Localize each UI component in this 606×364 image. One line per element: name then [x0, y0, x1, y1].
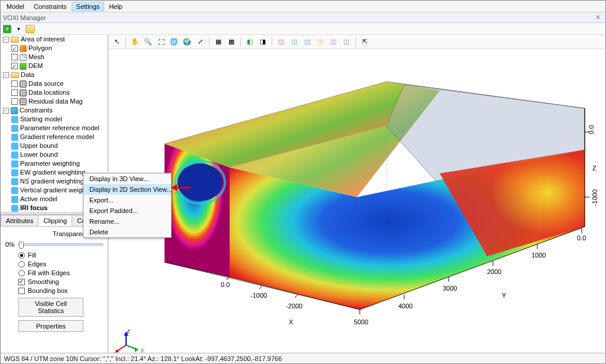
- checkbox-polygon[interactable]: [11, 45, 18, 51]
- layer-icon[interactable]: ▦: [212, 36, 224, 48]
- radio-fill[interactable]: Fill: [18, 252, 103, 259]
- tree-item[interactable]: Upper bound: [20, 141, 58, 150]
- tree-item[interactable]: Lower bound: [20, 150, 58, 159]
- transparency-slider[interactable]: [18, 243, 103, 246]
- tree-item[interactable]: Active model: [20, 195, 57, 204]
- hand-icon[interactable]: ✋: [129, 36, 141, 48]
- layer2-icon[interactable]: ▩: [225, 36, 237, 48]
- tree-item[interactable]: EW gradient weighting: [20, 168, 85, 177]
- zoom-area-icon[interactable]: ⛶: [155, 36, 167, 48]
- folder-icon: [11, 72, 19, 78]
- checkbox-icon: [18, 288, 25, 294]
- svg-line-10: [259, 286, 262, 289]
- z-axis-label: Z: [592, 165, 597, 172]
- tree-constraints[interactable]: Constraints: [20, 106, 53, 115]
- properties-button[interactable]: Properties: [18, 320, 83, 332]
- svg-line-11: [295, 295, 298, 298]
- checkbox[interactable]: [11, 89, 18, 96]
- twisty-icon[interactable]: −: [3, 37, 9, 43]
- dropdown-icon[interactable]: ▾: [14, 24, 23, 34]
- panel-header: VOXI Manager ✕: [1, 12, 605, 23]
- radio-icon: [18, 252, 25, 259]
- menu-settings[interactable]: Settings: [72, 2, 105, 11]
- zoom-icon[interactable]: 🔍: [142, 36, 154, 48]
- tree-item[interactable]: NS gradient weighting: [20, 177, 84, 186]
- tree-item[interactable]: Starting model: [20, 115, 62, 124]
- menu-bar: Model Constraints Settings Help: [1, 1, 605, 12]
- slice-icon[interactable]: ◫: [301, 36, 313, 48]
- triad-y: y: [141, 346, 144, 353]
- pointer-icon[interactable]: ↖: [111, 36, 123, 48]
- ctx-display-3d[interactable]: Display in 3D View...: [83, 173, 171, 184]
- run-icon[interactable]: »: [3, 25, 11, 33]
- slice-icon[interactable]: ◫: [288, 36, 300, 48]
- menu-help[interactable]: Help: [104, 2, 127, 11]
- checkbox-bbox[interactable]: Bounding box: [18, 287, 103, 294]
- cube-icon: [11, 107, 18, 114]
- dem-icon: [20, 63, 27, 70]
- tree-item[interactable]: Gradient reference model: [20, 133, 94, 141]
- checkbox[interactable]: [11, 80, 18, 87]
- checkbox-dem[interactable]: [11, 63, 18, 69]
- slice-icon[interactable]: ◫: [340, 36, 352, 48]
- 3d-canvas[interactable]: Z 0.0 -1000 Y 5000 4000 3000 2000 1000 0…: [108, 49, 605, 353]
- menu-model[interactable]: Model: [2, 2, 29, 11]
- twisty-icon[interactable]: −: [3, 72, 9, 78]
- y-tick: 1000: [531, 252, 546, 259]
- slice-icon[interactable]: ◫: [314, 36, 326, 48]
- tree-aoi[interactable]: Area of interest: [21, 35, 65, 44]
- tab-clipping[interactable]: Clipping: [38, 215, 72, 226]
- checkbox-mesh[interactable]: [11, 54, 18, 60]
- open-folder-icon[interactable]: [25, 25, 35, 33]
- y-tick: 0.0: [577, 234, 586, 241]
- cube-green-icon[interactable]: ◧: [244, 36, 256, 48]
- tree-item-iri-focus[interactable]: IRI focus: [20, 204, 47, 212]
- radio-fill-edges[interactable]: Fill with Edges: [18, 269, 103, 276]
- y-tick: 3000: [443, 285, 457, 292]
- svg-marker-23: [135, 347, 138, 352]
- ctx-export[interactable]: Export...: [83, 195, 171, 205]
- viewport: ↖ ✋ 🔍 ⛶ 🌐 🌍 ⤢ ▦ ▩ ◧ ◨ ◫ ◫ ◫ ◫ ◫ ◫: [108, 35, 605, 353]
- tree-item-polygon[interactable]: Polygon: [28, 44, 52, 53]
- ctx-rename[interactable]: Rename...: [83, 216, 171, 227]
- checkbox-icon: [18, 279, 25, 285]
- menu-constraints[interactable]: Constraints: [29, 2, 72, 11]
- model-icon: [11, 196, 18, 203]
- tree-item-mesh[interactable]: Mesh: [28, 53, 44, 62]
- x-tick: 0.0: [221, 281, 230, 288]
- slice-icon[interactable]: ◫: [327, 36, 339, 48]
- visible-cell-stats-button[interactable]: Visible Cell Statistics: [18, 298, 83, 317]
- model-icon: [11, 205, 18, 212]
- twisty-icon[interactable]: −: [3, 108, 9, 114]
- globe-icon[interactable]: 🌐: [168, 36, 180, 48]
- model-icon: [11, 160, 18, 167]
- slice-icon[interactable]: ◫: [275, 36, 287, 48]
- globe2-icon[interactable]: 🌍: [181, 36, 193, 48]
- tree-item[interactable]: Data locations: [28, 88, 70, 97]
- status-text: WGS 84 / UTM zone 10N Cursor: ","," Incl…: [4, 355, 282, 362]
- tab-attributes[interactable]: Attributes: [1, 215, 38, 226]
- grid-icon: [20, 98, 27, 105]
- tree-item[interactable]: Data source: [28, 79, 63, 88]
- tree-item[interactable]: Parameter weighting: [20, 159, 80, 168]
- model-icon: [11, 116, 18, 123]
- ctx-export-padded[interactable]: Export Padded...: [83, 205, 171, 216]
- panel-close-icon[interactable]: ✕: [593, 14, 603, 21]
- tree-item-dem[interactable]: DEM: [28, 62, 43, 70]
- cube-wire-icon[interactable]: ◨: [257, 36, 269, 48]
- fit-icon[interactable]: ⤢: [194, 36, 206, 48]
- radio-edges[interactable]: Edges: [18, 260, 103, 268]
- export-icon[interactable]: ⇱: [359, 36, 370, 48]
- checkbox[interactable]: [11, 98, 18, 105]
- y-tick: 5000: [354, 318, 368, 326]
- ctx-display-2d-section[interactable]: Display in 2D Section View...: [83, 184, 171, 195]
- model-icon: [11, 178, 18, 185]
- annotation-arrow-icon: [171, 182, 191, 193]
- x-tick: -1000: [250, 292, 267, 299]
- checkbox-smoothing[interactable]: Smoothing: [18, 278, 103, 285]
- ctx-delete[interactable]: Delete: [83, 227, 171, 237]
- tree-item[interactable]: Parameter reference model: [20, 124, 99, 133]
- tree-data[interactable]: Data: [21, 70, 34, 79]
- tree-item[interactable]: Residual data Mag: [28, 97, 83, 106]
- triad-z: z: [127, 327, 130, 334]
